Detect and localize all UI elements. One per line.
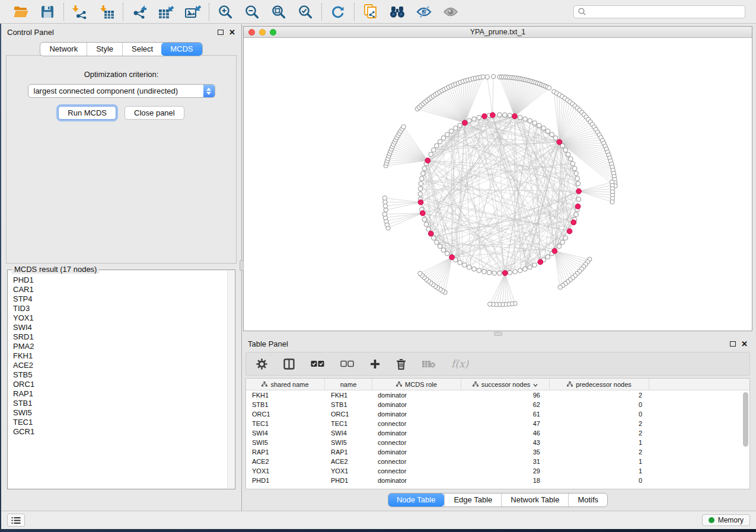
mcds-result-item[interactable]: STP4 <box>13 294 227 304</box>
ring-node[interactable] <box>532 121 537 126</box>
show-all-button[interactable] <box>442 4 459 20</box>
mcds-result-item[interactable]: GCR1 <box>13 427 227 437</box>
ring-node[interactable] <box>532 263 537 268</box>
split-pane-handle[interactable] <box>494 332 502 336</box>
ring-node[interactable] <box>438 139 442 144</box>
ring-node[interactable] <box>508 113 512 118</box>
mcds-result-item[interactable]: ORC1 <box>13 380 227 389</box>
search-input[interactable] <box>589 8 741 16</box>
zoom-fit-button[interactable] <box>270 4 287 20</box>
column-header-shared-name[interactable]: shared name <box>246 379 325 390</box>
column-header-successor-nodes[interactable]: successor nodes <box>461 379 550 390</box>
ring-node[interactable] <box>418 187 423 191</box>
mcds-result-list[interactable]: PHD1CAR1STP4TID3YOX1SWI4SRD1PMA2FKH1ACE2… <box>8 271 227 488</box>
function-builder-icon[interactable]: f(x) <box>451 358 468 370</box>
delete-column-icon[interactable] <box>396 358 406 370</box>
close-panel-icon[interactable]: ✕ <box>229 28 235 36</box>
ring-node[interactable] <box>541 126 546 131</box>
leaf-node[interactable] <box>610 200 614 204</box>
ring-node[interactable] <box>523 117 528 121</box>
ring-node[interactable] <box>574 171 579 176</box>
ring-node[interactable] <box>477 268 481 273</box>
import-table-button[interactable] <box>98 4 115 20</box>
ring-node[interactable] <box>502 113 507 117</box>
ring-node[interactable] <box>528 265 532 270</box>
table-row[interactable]: SWI4SWI4dominator462 <box>246 428 749 438</box>
column-header-mcds-role[interactable]: MCDS role <box>372 379 461 390</box>
mcds-hub-node[interactable] <box>490 113 495 118</box>
mcds-result-item[interactable]: PMA2 <box>13 342 227 351</box>
ring-node[interactable] <box>418 192 423 197</box>
delete-table-icon[interactable] <box>422 360 435 368</box>
ring-node[interactable] <box>537 123 542 128</box>
export-network-button[interactable] <box>131 4 148 20</box>
mcds-hub-node[interactable] <box>462 120 468 126</box>
ring-node[interactable] <box>445 251 449 256</box>
mcds-hub-node[interactable] <box>571 220 576 225</box>
mcds-hub-node[interactable] <box>512 114 518 119</box>
tab-motifs[interactable]: Motifs <box>568 493 607 507</box>
ring-node[interactable] <box>566 152 570 157</box>
table-row[interactable]: FKH1FKH1dominator962 <box>246 390 749 400</box>
zoom-out-button[interactable] <box>244 4 260 20</box>
mcds-hub-node[interactable] <box>418 200 423 205</box>
ring-node[interactable] <box>574 212 579 217</box>
import-network-button[interactable] <box>72 4 88 20</box>
hide-selected-button[interactable] <box>416 4 432 20</box>
ring-node[interactable] <box>523 267 528 271</box>
ring-node[interactable] <box>487 270 492 275</box>
ring-node[interactable] <box>438 244 442 249</box>
mcds-hub-node[interactable] <box>502 271 508 276</box>
export-image-button[interactable] <box>184 4 201 20</box>
ring-node[interactable] <box>429 152 433 157</box>
table-row[interactable]: TEC1TEC1connector472 <box>246 419 749 428</box>
table-row[interactable]: SWI5SWI5connector431 <box>246 438 749 447</box>
ring-node[interactable] <box>462 263 467 268</box>
mcds-hub-node[interactable] <box>428 231 433 236</box>
ring-node[interactable] <box>497 113 502 117</box>
ring-node[interactable] <box>550 132 554 137</box>
task-history-button[interactable] <box>7 514 25 527</box>
leaf-node[interactable] <box>383 204 387 208</box>
criterion-select[interactable]: largest connected component (undirected) <box>28 84 215 98</box>
ring-node[interactable] <box>441 136 446 140</box>
clone-network-button[interactable] <box>362 4 379 20</box>
ring-node[interactable] <box>445 132 449 137</box>
ring-node[interactable] <box>477 116 481 120</box>
ring-node[interactable] <box>432 148 436 152</box>
ring-node[interactable] <box>518 116 522 120</box>
tab-network[interactable]: Network <box>40 43 87 56</box>
ring-node[interactable] <box>570 161 575 166</box>
ring-node[interactable] <box>546 255 550 259</box>
save-session-button[interactable] <box>39 4 56 20</box>
mcds-result-item[interactable]: YOX1 <box>13 313 227 323</box>
ring-node[interactable] <box>441 248 446 252</box>
zoom-in-button[interactable] <box>217 4 234 20</box>
close-panel-button[interactable]: Close panel <box>125 106 184 120</box>
open-session-button[interactable] <box>12 4 29 20</box>
tab-select[interactable]: Select <box>122 43 162 56</box>
table-row[interactable]: RAP1RAP1dominator352 <box>246 447 749 457</box>
leaf-node[interactable] <box>558 285 562 289</box>
mcds-result-item[interactable]: PHD1 <box>13 275 227 285</box>
ring-node[interactable] <box>426 227 431 232</box>
leaf-node[interactable] <box>488 302 492 306</box>
table-row[interactable]: STB1STB1dominator620 <box>246 400 749 409</box>
ring-node[interactable] <box>572 166 577 171</box>
memory-button[interactable]: Memory <box>702 514 750 526</box>
mcds-hub-node[interactable] <box>449 255 455 260</box>
ring-node[interactable] <box>563 236 568 241</box>
ring-node[interactable] <box>497 271 502 275</box>
tab-node-table[interactable]: Node Table <box>388 493 445 507</box>
tab-edge-table[interactable]: Edge Table <box>444 493 501 507</box>
create-column-icon[interactable] <box>370 359 380 369</box>
leaf-node[interactable] <box>485 75 489 79</box>
leaf-node[interactable] <box>382 196 387 200</box>
tab-style[interactable]: Style <box>87 43 122 56</box>
search-field[interactable] <box>573 5 745 18</box>
ring-node[interactable] <box>422 217 427 222</box>
leaf-node[interactable] <box>401 124 406 129</box>
network-graph[interactable] <box>244 39 752 331</box>
ring-node[interactable] <box>424 222 429 227</box>
mcds-hub-node[interactable] <box>420 210 425 216</box>
